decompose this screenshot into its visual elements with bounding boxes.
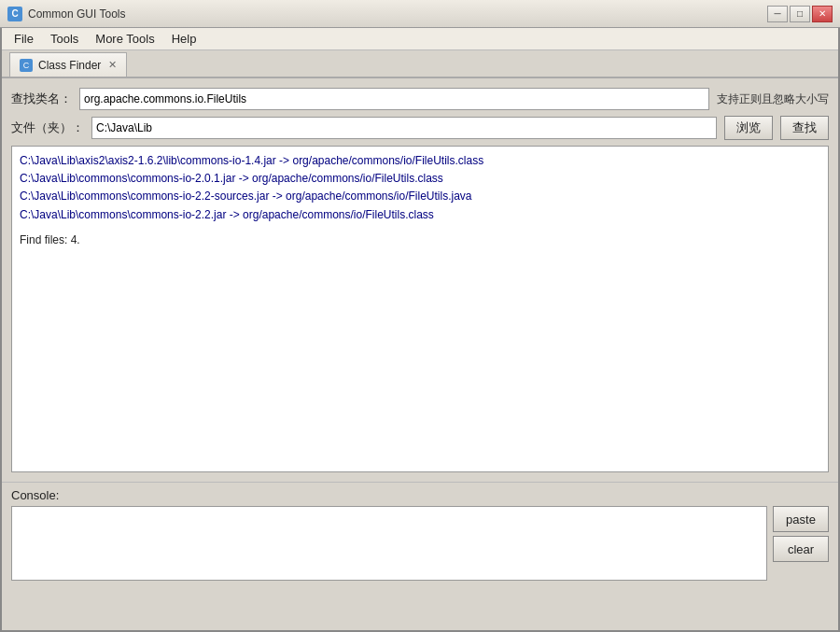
tab-label: Class Finder <box>38 59 101 72</box>
app-icon: C <box>7 7 22 21</box>
tab-class-finder[interactable]: C Class Finder ✕ <box>9 52 127 77</box>
main-content: 查找类名： 支持正则且忽略大小写 文件（夹）： 浏览 查找 C:\Java\Li… <box>2 78 838 482</box>
console-section: Console: paste clear <box>2 482 838 630</box>
close-button[interactable]: ✕ <box>812 6 833 22</box>
search-button[interactable]: 查找 <box>780 116 829 140</box>
class-name-row: 查找类名： 支持正则且忽略大小写 <box>11 88 829 110</box>
menu-tools[interactable]: Tools <box>42 29 87 49</box>
maximize-button[interactable]: □ <box>790 6 810 22</box>
result-summary: Find files: 4. <box>20 232 820 249</box>
console-label: Console: <box>11 488 829 502</box>
result-line-4: C:\Java\Lib\commons\commons-io-2.2.jar -… <box>20 206 820 224</box>
browse-button[interactable]: 浏览 <box>724 116 773 140</box>
result-line-2: C:\Java\Lib\commons\commons-io-2.0.1.jar… <box>20 170 820 188</box>
dir-label: 文件（夹）： <box>11 119 84 136</box>
menu-file[interactable]: File <box>6 29 42 49</box>
dir-row: 文件（夹）： 浏览 查找 <box>11 116 829 140</box>
title-bar: C Common GUI Tools ─ □ ✕ <box>0 0 840 28</box>
dir-input[interactable] <box>91 117 717 139</box>
clear-button[interactable]: clear <box>773 536 829 562</box>
class-input[interactable] <box>79 88 709 110</box>
tab-icon: C <box>20 59 33 72</box>
console-buttons: paste clear <box>773 506 829 562</box>
menu-help[interactable]: Help <box>163 29 205 49</box>
menu-more-tools[interactable]: More Tools <box>87 29 162 49</box>
title-bar-text: Common GUI Tools <box>28 7 767 21</box>
class-hint: 支持正则且忽略大小写 <box>717 91 829 107</box>
window-frame: File Tools More Tools Help C Class Finde… <box>0 28 840 632</box>
results-area: C:\Java\Lib\axis2\axis2-1.6.2\lib\common… <box>11 146 829 472</box>
console-textarea[interactable] <box>11 506 767 581</box>
result-line-1: C:\Java\Lib\axis2\axis2-1.6.2\lib\common… <box>20 152 820 170</box>
paste-button[interactable]: paste <box>773 506 829 532</box>
console-row: paste clear <box>11 506 829 581</box>
result-line-3: C:\Java\Lib\commons\commons-io-2.2-sourc… <box>20 188 820 205</box>
tab-close-button[interactable]: ✕ <box>108 59 117 71</box>
title-bar-controls: ─ □ ✕ <box>767 6 833 22</box>
tab-bar: C Class Finder ✕ <box>2 50 838 78</box>
minimize-button[interactable]: ─ <box>767 6 788 22</box>
menu-bar: File Tools More Tools Help <box>2 28 838 50</box>
class-label: 查找类名： <box>11 91 72 107</box>
